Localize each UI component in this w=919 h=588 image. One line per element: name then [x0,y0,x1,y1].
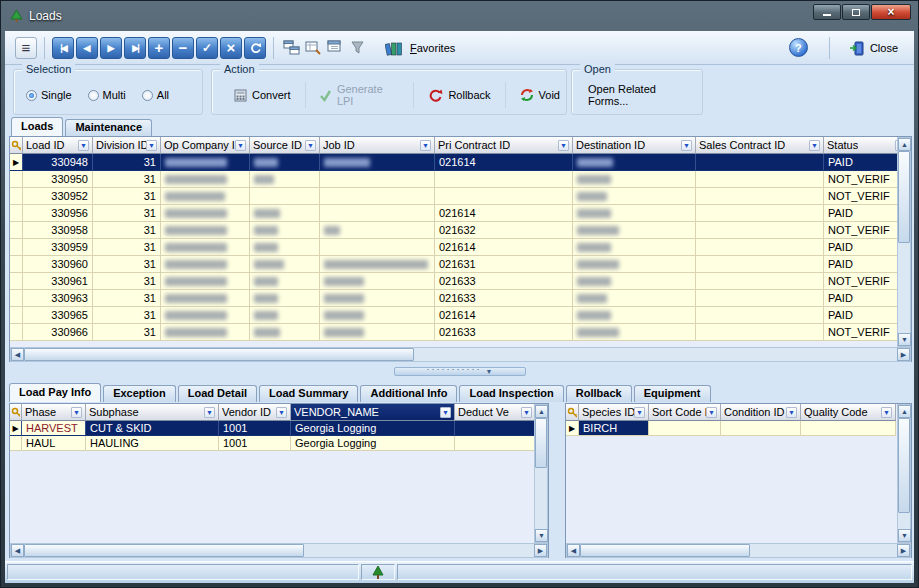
column-header-subphase[interactable]: Subphase▼ [86,404,219,421]
grid-cell[interactable] [696,222,824,239]
close-form-button[interactable]: Close [849,40,898,56]
grid-cell[interactable] [696,188,824,205]
filter-arrow-icon[interactable]: ▼ [305,140,316,151]
grid-cell[interactable] [455,436,536,451]
grid-cell[interactable] [696,239,824,256]
related-windows-button[interactable] [281,38,301,58]
hscroll-thumb[interactable] [580,544,750,557]
filter-arrow-icon[interactable]: ▼ [235,140,246,151]
post-edit-button[interactable] [196,37,218,59]
grid-cell[interactable] [320,154,435,171]
grid-cell[interactable]: 330948 [23,154,93,171]
table-row[interactable]: ▶33094831021614PAID [10,154,899,171]
grid-cell[interactable]: 021633 [435,290,573,307]
grid-cell[interactable] [573,222,696,239]
grid-cell[interactable]: HARVEST [22,421,86,436]
filter-arrow-icon[interactable]: ▼ [634,407,645,418]
grid-cell[interactable] [250,307,320,324]
tab-maintenance[interactable]: Maintenance [65,119,152,136]
column-header-division-id[interactable]: Division ID▼ [93,137,161,154]
grid-cell[interactable]: 330963 [23,290,93,307]
grid-cell[interactable] [696,256,824,273]
grid-cell[interactable]: 330960 [23,256,93,273]
open-related-forms-button[interactable]: Open Related Forms... [582,80,702,110]
grid-cell[interactable]: NOT_VERIF [824,324,899,341]
grid-cell[interactable]: PAID [824,307,899,324]
grid-cell[interactable] [250,222,320,239]
grid-cell[interactable] [250,239,320,256]
generate-lpi-button[interactable]: Generate LPI [313,80,405,110]
grid-cell[interactable] [649,421,721,436]
radio-single[interactable]: Single [26,89,72,101]
grid-cell[interactable] [250,154,320,171]
scroll-right-icon[interactable]: ▶ [534,544,547,557]
filter-arrow-icon[interactable]: ▼ [809,140,820,151]
grid-cell[interactable]: HAULING [86,436,219,451]
grid-corner-key[interactable] [10,137,23,154]
tab-load-detail[interactable]: Load Detail [178,385,257,402]
grid-cell[interactable] [573,171,696,188]
form-properties-button[interactable] [325,38,345,58]
grid-cell[interactable]: 021632 [435,222,573,239]
pay-grid-hscrollbar[interactable]: ◀ ▶ [10,543,548,558]
grid-cell[interactable] [320,205,435,222]
scroll-left-icon[interactable]: ◀ [567,544,580,557]
grid-cell[interactable]: 330961 [23,273,93,290]
last-record-button[interactable] [124,37,146,59]
design-grid-button[interactable] [303,38,323,58]
filter-arrow-icon[interactable]: ▼ [276,407,287,418]
table-row[interactable]: 33095631021614PAID [10,205,899,222]
column-header-phase[interactable]: Phase▼ [22,404,86,421]
grid-cell[interactable]: 31 [93,222,161,239]
column-header-source-id[interactable]: Source ID▼ [250,137,320,154]
grid-cell[interactable] [455,421,536,436]
grid-cell[interactable]: 1001 [219,421,291,436]
grid-cell[interactable] [573,188,696,205]
filter-arrow-icon[interactable]: ▼ [420,140,431,151]
grid-cell[interactable] [320,188,435,205]
scroll-right-icon[interactable]: ▶ [897,544,910,557]
grid-cell[interactable]: 021614 [435,154,573,171]
grid-cell[interactable] [250,205,320,222]
rollback-button[interactable]: Rollback [422,85,496,105]
menu-button[interactable] [15,37,37,59]
grid-cell[interactable] [161,205,250,222]
tab-loads[interactable]: Loads [11,117,63,136]
grid-cell[interactable] [250,171,320,188]
grid-cell[interactable]: 330958 [23,222,93,239]
tab-equipment[interactable]: Equipment [634,385,711,402]
grid-cell[interactable] [573,154,696,171]
hscroll-thumb[interactable] [24,348,414,361]
grid-cell[interactable] [250,256,320,273]
filter-arrow-icon[interactable]: ▼ [440,407,451,418]
grid-cell[interactable]: NOT_VERIF [824,222,899,239]
scroll-up-icon[interactable]: ▲ [898,138,911,151]
grid-cell[interactable]: HAUL [22,436,86,451]
grid-cell[interactable] [320,307,435,324]
filter-arrow-icon[interactable]: ▼ [881,407,892,418]
grid-cell[interactable]: 31 [93,324,161,341]
insert-record-button[interactable] [148,37,170,59]
table-row[interactable]: 33096531021614PAID [10,307,899,324]
grid-cell[interactable]: PAID [824,205,899,222]
column-header-sort-code-id[interactable]: Sort Code ID▼ [649,404,721,421]
grid-cell[interactable]: CUT & SKID [86,421,219,436]
grid-cell[interactable] [320,290,435,307]
grid-cell[interactable] [250,290,320,307]
scroll-down-icon[interactable]: ▼ [898,529,911,542]
grid-cell[interactable]: 31 [93,239,161,256]
table-row[interactable]: 33096331021633PAID [10,290,899,307]
maximize-button[interactable] [842,4,870,20]
radio-multi-icon[interactable] [88,90,99,101]
scroll-up-icon[interactable]: ▲ [898,405,911,418]
table-row[interactable]: 33095231NOT_VERIF [10,188,899,205]
grid-cell[interactable] [696,154,824,171]
grid-cell[interactable] [573,205,696,222]
grid-cell[interactable] [801,421,896,436]
vscroll-thumb[interactable] [898,418,910,513]
grid-cell[interactable] [161,256,250,273]
grid-cell[interactable]: 330965 [23,307,93,324]
grid-cell[interactable]: 021614 [435,307,573,324]
prior-record-button[interactable] [76,37,98,59]
column-header-load-id[interactable]: Load ID▼ [23,137,93,154]
